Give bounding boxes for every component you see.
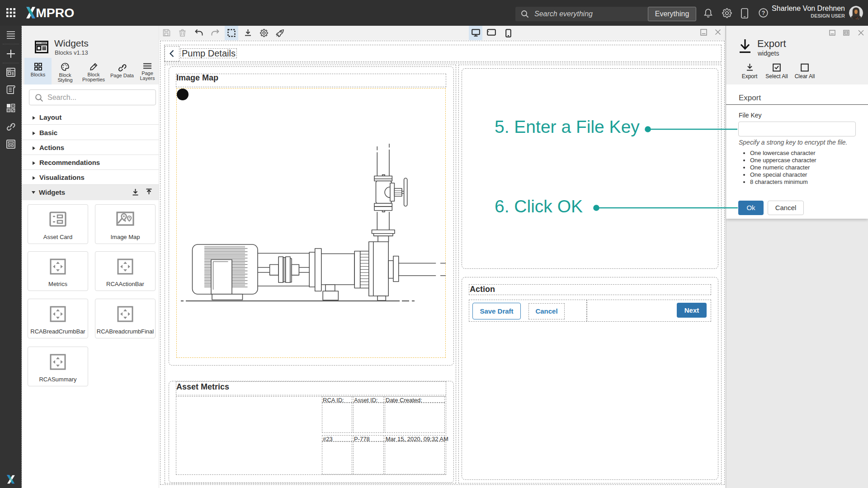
svg-text:MPRO: MPRO bbox=[36, 6, 74, 19]
svg-text:?: ? bbox=[762, 10, 765, 16]
